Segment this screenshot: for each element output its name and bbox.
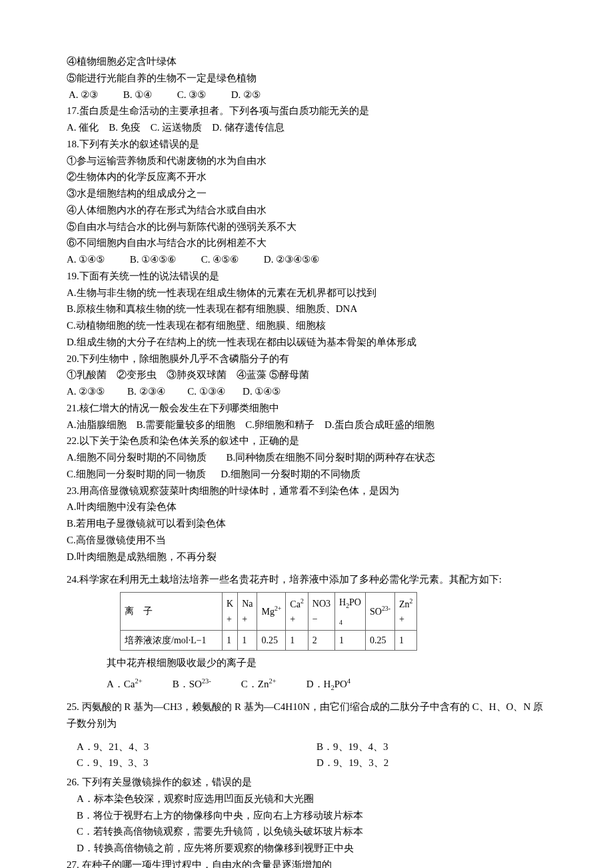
q16-stmt4: ④植物细胞必定含叶绿体 — [67, 53, 546, 70]
row2-label: 培养液浓度/mol·L−1 — [121, 630, 223, 650]
q25-d: D．9、19、3、2 — [306, 755, 546, 771]
q20-stem: 20.下列生物中，除细胞膜外几乎不含磷脂分子的有 — [67, 351, 546, 367]
q26-b: B．将位于视野右上方的物像移向中央，应向右上方移动玻片标本 — [67, 807, 546, 824]
cell: 1 — [335, 630, 366, 650]
row-label: 离 子 — [121, 593, 223, 631]
cell: 1 — [238, 630, 257, 650]
col-mg: Mg2+ — [257, 593, 286, 631]
col-ca: Ca2+ — [286, 593, 308, 631]
col-so: SO23- — [365, 593, 394, 631]
q20-items: ①乳酸菌 ②变形虫 ③肺炎双球菌 ④蓝藻 ⑤酵母菌 — [67, 367, 546, 383]
table-row: 离 子 K+ Na+ Mg2+ Ca2+ NO3− H2PO4 SO23- Zn… — [121, 593, 417, 631]
q18-s3: ③水是细胞结构的组成成分之一 — [67, 185, 546, 202]
q27-stem: 27. 在种子的哪一项生理过程中，自由水的含量是逐渐增加的 — [67, 857, 546, 868]
q19-stem: 19.下面有关统一性的说法错误的是 — [67, 268, 546, 285]
q25-stem: 25. 丙氨酸的 R 基为—CH3，赖氨酸的 R 基为—C4H10N，由它们缩合… — [67, 699, 546, 732]
q18-options: A. ①④⑤ B. ①④⑤⑥ C. ④⑤⑥ D. ②③④⑤⑥ — [67, 251, 546, 268]
q22-stem: 22.以下关于染色质和染色体关系的叙述中，正确的是 — [67, 433, 546, 449]
col-zn: Zn2+ — [394, 593, 416, 631]
q25-c: C．9、19、3、3 — [67, 755, 306, 771]
q25-b: B．9、19、4、3 — [306, 739, 546, 755]
q19-c: C.动植物细胞的统一性表现在都有细胞壁、细胞膜、细胞核 — [67, 317, 546, 334]
q26-d: D．转换高倍物镜之前，应先将所要观察的物像移到视野正中央 — [67, 840, 546, 857]
q20-options: A. ②③⑤ B. ②③④ C. ①③④ D. ①④⑤ — [67, 383, 546, 400]
q17-options: A. 催化 B. 免疫 C. 运送物质 D. 储存遗传信息 — [67, 119, 546, 136]
q24-options: A．Ca2+ B．SO23- C．Zn2+ D．H2PO4 — [67, 675, 546, 693]
q24-table: 离 子 K+ Na+ Mg2+ Ca2+ NO3− H2PO4 SO23- Zn… — [120, 592, 417, 651]
col-no3: NO3− — [308, 593, 334, 631]
q17-stem: 17.蛋白质是生命活动的主要承担者。下列各项与蛋白质功能无关的是 — [67, 103, 546, 119]
q22-row1: A.细胞不同分裂时期的不同物质 B.同种物质在细胞不同分裂时期的两种存在状态 — [67, 449, 546, 466]
q23-a: A.叶肉细胞中没有染色体 — [67, 499, 546, 515]
col-k: K+ — [223, 593, 238, 631]
table-row: 培养液浓度/mol·L−1 1 1 0.25 1 2 1 0.25 1 — [121, 630, 417, 650]
q19-d: D.组成生物的大分子在结构上的统一性表现在都由以碳链为基本骨架的单体形成 — [67, 334, 546, 351]
q19-b: B.原核生物和真核生物的统一性表现在都有细胞膜、细胞质、DNA — [67, 301, 546, 317]
q26-c: C．若转换高倍物镜观察，需要先升镜筒，以免镜头破坏玻片标本 — [67, 823, 546, 840]
col-h2po: H2PO4 — [335, 593, 366, 631]
q26-stem: 26. 下列有关显微镜操作的叙述，错误的是 — [67, 774, 546, 791]
col-na: Na+ — [238, 593, 257, 631]
q23-stem: 23.用高倍显微镜观察菠菜叶肉细胞的叶绿体时，通常看不到染色体，是因为 — [67, 483, 546, 499]
q25-options: A．9、21、4、3 B．9、19、4、3 C．9、19、3、3 D．9、19、… — [67, 739, 546, 772]
q16-options: A. ②③ B. ①④ C. ③⑤ D. ②⑤ — [67, 87, 546, 103]
q26-a: A．标本染色较深，观察时应选用凹面反光镜和大光圈 — [67, 791, 546, 807]
q23-b: B.若用电子显微镜就可以看到染色体 — [67, 515, 546, 532]
q21-stem: 21.核仁增大的情况一般会发生在下列哪类细胞中 — [67, 400, 546, 417]
cell: 2 — [308, 630, 334, 650]
q16-stmt5: ⑤能进行光能自养的生物不一定是绿色植物 — [67, 70, 546, 87]
q22-row2: C.细胞同一分裂时期的同一物质 D.细胞同一分裂时期的不同物质 — [67, 466, 546, 483]
q18-s5: ⑤自由水与结合水的比例与新陈代谢的强弱关系不大 — [67, 219, 546, 235]
q18-s1: ①参与运输营养物质和代谢废物的水为自由水 — [67, 153, 546, 169]
cell: 0.25 — [257, 630, 286, 650]
q23-d: D.叶肉细胞是成熟细胞，不再分裂 — [67, 549, 546, 565]
cell: 1 — [223, 630, 238, 650]
q23-c: C.高倍显微镜使用不当 — [67, 532, 546, 549]
q18-s4: ④人体细胞内水的存在形式为结合水或自由水 — [67, 202, 546, 219]
q25-a: A．9、21、4、3 — [67, 739, 306, 755]
cell: 1 — [394, 630, 416, 650]
q24-sub: 其中花卉根细胞吸收最少的离子是 — [67, 655, 546, 671]
q19-a: A.生物与非生物的统一性表现在组成生物体的元素在无机界都可以找到 — [67, 285, 546, 301]
q24-stem: 24.科学家在利用无土栽培法培养一些名贵花卉时，培养液中添加了多种必需化学元素。… — [67, 571, 546, 588]
q18-s6: ⑥不同细胞内自由水与结合水的比例相差不大 — [67, 235, 546, 251]
q21-options: A.油脂腺细胞 B.需要能量较多的细胞 C.卵细胞和精子 D.蛋白质合成旺盛的细… — [67, 417, 546, 433]
cell: 1 — [286, 630, 308, 650]
cell: 0.25 — [365, 630, 394, 650]
q18-stem: 18.下列有关水的叙述错误的是 — [67, 136, 546, 153]
q18-s2: ②生物体内的化学反应离不开水 — [67, 169, 546, 185]
